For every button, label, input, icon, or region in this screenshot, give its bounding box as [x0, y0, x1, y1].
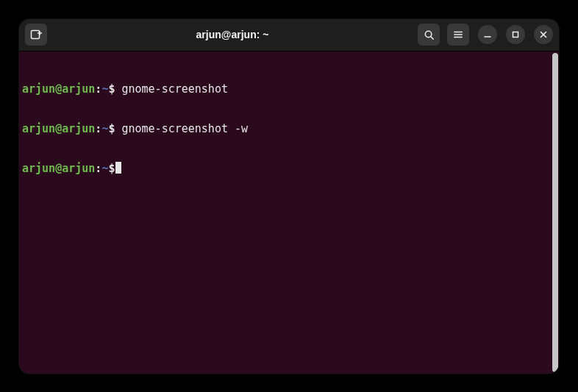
terminal-line: arjun@arjun:~$ gnome-screenshot [22, 82, 549, 96]
svg-rect-9 [513, 32, 518, 38]
command-text: gnome-screenshot [115, 82, 228, 96]
search-icon [424, 29, 435, 40]
prompt-user-host: arjun@arjun [22, 122, 95, 135]
prompt-user-host: arjun@arjun [22, 82, 95, 96]
prompt-path: ~ [101, 122, 108, 135]
cursor [115, 162, 121, 174]
maximize-icon [511, 30, 520, 39]
titlebar-right-controls [418, 24, 553, 46]
terminal-content[interactable]: arjun@arjun:~$ gnome-screenshot arjun@ar… [19, 51, 552, 374]
prompt-path: ~ [101, 82, 108, 96]
prompt-dollar: $ [108, 162, 115, 175]
titlebar: arjun@arjun: ~ [19, 19, 559, 51]
prompt-colon: : [95, 162, 101, 175]
svg-line-4 [430, 36, 432, 38]
terminal-line: arjun@arjun:~$ [22, 162, 549, 175]
maximize-button[interactable] [506, 25, 525, 44]
hamburger-menu-icon [453, 29, 463, 40]
prompt-user-host: arjun@arjun [22, 162, 95, 175]
prompt-colon: : [95, 82, 101, 96]
close-button[interactable] [534, 25, 553, 44]
command-text: gnome-screenshot -w [115, 122, 248, 135]
svg-rect-0 [32, 31, 40, 39]
minimize-button[interactable] [478, 25, 497, 44]
search-button[interactable] [418, 24, 440, 46]
scrollbar[interactable] [552, 51, 559, 374]
menu-button[interactable] [447, 24, 469, 46]
prompt-path: ~ [101, 162, 108, 175]
minimize-icon [483, 30, 492, 39]
scrollbar-thumb[interactable] [552, 53, 558, 372]
new-tab-icon [30, 29, 42, 40]
terminal-window: arjun@arjun: ~ [19, 19, 559, 374]
new-tab-button[interactable] [25, 24, 47, 46]
close-icon [539, 30, 548, 39]
terminal-line: arjun@arjun:~$ gnome-screenshot -w [22, 122, 549, 135]
prompt-dollar: $ [108, 122, 115, 135]
prompt-dollar: $ [108, 82, 115, 96]
terminal-area[interactable]: arjun@arjun:~$ gnome-screenshot arjun@ar… [19, 51, 559, 374]
window-title: arjun@arjun: ~ [47, 29, 418, 40]
prompt-colon: : [95, 122, 101, 135]
